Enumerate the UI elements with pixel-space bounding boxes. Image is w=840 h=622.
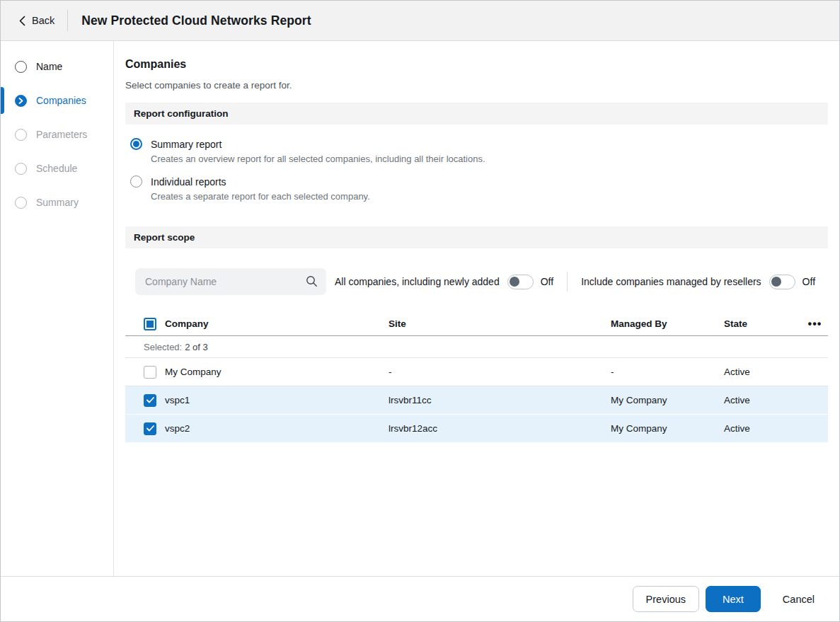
step-circle-icon <box>15 197 27 209</box>
active-step-indicator <box>1 155 4 182</box>
step-parameters[interactable]: Parameters <box>1 117 113 151</box>
back-button[interactable]: Back <box>1 1 62 40</box>
step-heading: Companies <box>125 58 828 71</box>
cell-site: - <box>389 367 611 377</box>
controls-divider <box>567 272 568 292</box>
selection-summary: Selected: 2 of 3 <box>125 336 828 358</box>
cell-managed-by: My Company <box>611 395 724 405</box>
toggle-label: All companies, including newly added <box>335 276 500 287</box>
step-summary[interactable]: Summary <box>1 185 113 219</box>
table-row[interactable]: My Company - - Active <box>125 358 828 386</box>
step-circle-icon <box>15 61 27 73</box>
selection-summary-value: 2 of 3 <box>185 342 208 352</box>
toggle-state-label: Off <box>802 276 815 287</box>
wizard-steps-sidebar: Name Companies Parameters Schedule <box>1 41 114 576</box>
wizard-window: Back New Protected Cloud Networks Report… <box>0 0 840 622</box>
active-step-indicator <box>1 189 4 216</box>
step-subtitle: Select companies to create a report for. <box>125 80 828 91</box>
toggle-knob <box>510 277 519 287</box>
page-title: New Protected Cloud Networks Report <box>81 13 311 28</box>
report-scope-section-header: Report scope <box>125 226 828 248</box>
resellers-toggle[interactable] <box>769 275 795 289</box>
top-bar: Back New Protected Cloud Networks Report <box>1 1 839 41</box>
header-divider <box>67 10 68 31</box>
radio-selected-icon <box>130 138 142 150</box>
table-row[interactable]: vspc2 lrsvbr12acc My Company Active <box>125 415 828 443</box>
column-header-managed-by[interactable]: Managed By <box>611 318 724 329</box>
cell-company: My Company <box>165 367 389 377</box>
active-step-indicator <box>1 53 4 80</box>
column-header-company[interactable]: Company <box>165 318 389 329</box>
step-name[interactable]: Name <box>1 50 113 83</box>
toggle-state-label: Off <box>541 276 553 287</box>
active-step-indicator <box>1 87 4 114</box>
next-button[interactable]: Next <box>706 586 761 612</box>
search-icon <box>306 275 318 290</box>
step-label: Name <box>36 61 62 72</box>
cancel-button[interactable]: Cancel <box>783 586 815 612</box>
step-label: Schedule <box>36 163 77 174</box>
cell-state: Active <box>724 423 802 434</box>
company-name-search-input[interactable] <box>135 268 326 295</box>
step-label: Companies <box>36 95 86 106</box>
cell-state: Active <box>724 367 802 377</box>
cell-company: vspc1 <box>165 395 389 405</box>
toggle-knob <box>771 277 781 287</box>
column-header-site[interactable]: Site <box>389 318 611 329</box>
cell-site: lrsvbr11cc <box>389 395 611 405</box>
radio-description: Creates an overview report for all selec… <box>151 154 828 164</box>
step-label: Parameters <box>36 129 87 140</box>
select-all-checkbox[interactable] <box>144 318 156 330</box>
selection-summary-label: Selected: <box>144 342 182 352</box>
radio-label: Individual reports <box>151 176 226 188</box>
cell-managed-by: My Company <box>611 423 724 434</box>
step-companies[interactable]: Companies <box>1 83 113 117</box>
step-circle-icon <box>15 129 27 141</box>
scope-filter-controls: All companies, including newly added Off… <box>125 268 828 295</box>
active-step-indicator <box>1 121 4 148</box>
companies-table: Company Site Managed By State ••• Select… <box>125 312 828 443</box>
all-companies-toggle[interactable] <box>507 275 534 289</box>
wizard-footer: Previous Next Cancel <box>1 576 839 621</box>
back-chevron-icon <box>19 16 25 26</box>
row-checkbox-checked[interactable] <box>144 394 156 407</box>
cell-company: vspc2 <box>165 423 389 434</box>
radio-unselected-icon <box>130 175 142 188</box>
all-companies-toggle-group: All companies, including newly added Off <box>335 275 553 289</box>
step-label: Summary <box>36 197 79 208</box>
toggle-label: Include companies managed by resellers <box>581 276 761 287</box>
row-checkbox-checked[interactable] <box>144 422 156 435</box>
step-content: Companies Select companies to create a r… <box>114 41 839 576</box>
previous-button[interactable]: Previous <box>633 586 699 612</box>
cell-state: Active <box>724 395 802 405</box>
cell-managed-by: - <box>611 367 724 377</box>
table-header-row: Company Site Managed By State ••• <box>125 312 828 336</box>
step-schedule[interactable]: Schedule <box>1 151 113 185</box>
report-type-radio-group: Summary report Creates an overview repor… <box>125 125 828 214</box>
resellers-toggle-group: Include companies managed by resellers O… <box>581 275 815 289</box>
column-menu-ellipsis-icon[interactable]: ••• <box>802 318 828 330</box>
cell-site: lrsvbr12acc <box>389 423 611 434</box>
step-current-chevron-icon <box>15 95 27 107</box>
radio-label: Summary report <box>151 139 221 150</box>
report-configuration-section-header: Report configuration <box>125 103 828 125</box>
step-circle-icon <box>15 163 27 175</box>
row-checkbox[interactable] <box>144 366 156 379</box>
column-header-state[interactable]: State <box>724 318 802 329</box>
individual-reports-radio[interactable]: Individual reports <box>130 175 828 188</box>
radio-description: Creates a separate report for each selec… <box>151 191 828 202</box>
back-label: Back <box>32 15 54 26</box>
table-row[interactable]: vspc1 lrsvbr11cc My Company Active <box>125 386 828 415</box>
summary-report-radio[interactable]: Summary report <box>130 138 828 150</box>
